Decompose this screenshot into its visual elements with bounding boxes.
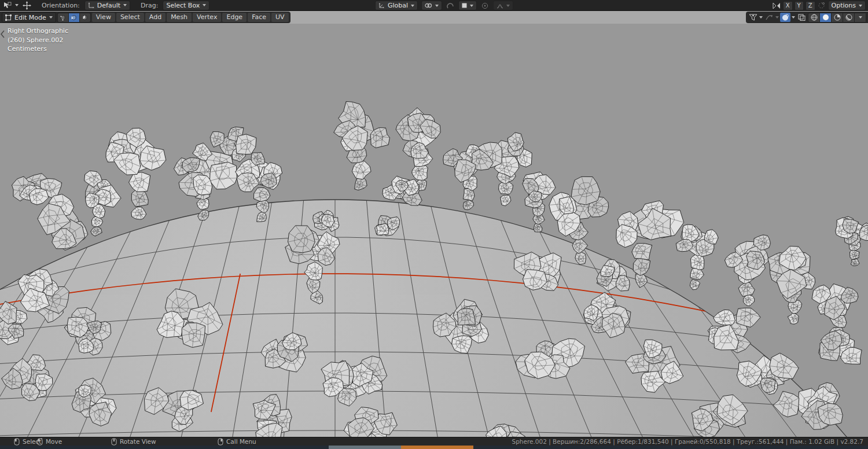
shading-dropdown-button[interactable]: [855, 13, 866, 22]
edge-select-button[interactable]: [69, 13, 79, 22]
taskbar-sliver: [0, 446, 868, 449]
orientation-label: Orientation:: [42, 2, 80, 9]
mouse-right-icon: [218, 438, 223, 446]
drag-dropdown[interactable]: Select Box: [163, 1, 209, 10]
vertex-select-icon: [60, 14, 66, 21]
menu-face[interactable]: Face: [248, 13, 270, 22]
shading-mode-buttons: [808, 13, 866, 23]
gizmos-toggle-icon[interactable]: [764, 13, 774, 22]
toolbar-toggle-arrow[interactable]: [0, 30, 5, 39]
select-mode-buttons: [57, 13, 91, 23]
mirror-x-toggle[interactable]: X: [783, 1, 793, 10]
viewport-3d[interactable]: Right Orthographic (260) Sphere.002 Cent…: [0, 24, 868, 437]
hint-call-menu: Call Menu: [218, 437, 256, 446]
orientation-axis-icon: [88, 2, 94, 9]
mouse-left-icon: [14, 438, 20, 446]
snap-magnet-icon: [425, 2, 432, 9]
overlays-dropdown-chevron[interactable]: [792, 16, 795, 19]
mesh-statistics: Sphere.002 | Вершин:2/286,664 | Рёбер:1/…: [512, 438, 863, 445]
wireframe-icon: [811, 14, 818, 21]
viewport-header: Edit Mode View Select Add Mesh Vertex Ed…: [0, 11, 868, 24]
wireframe-scene: [0, 24, 868, 437]
menu-mesh[interactable]: Mesh: [167, 13, 192, 22]
mode-value: Edit Mode: [14, 14, 46, 21]
orientation-dropdown[interactable]: Default: [84, 1, 130, 10]
transform-orientation-dropdown[interactable]: Global: [375, 1, 418, 10]
menu-uv[interactable]: UV: [271, 13, 289, 22]
options-dropdown[interactable]: Options: [828, 1, 866, 10]
mouse-left-drag-icon: [37, 438, 43, 446]
topbar-options-group: X Y Z Options: [772, 1, 866, 10]
overlays-toggle-icon[interactable]: [780, 13, 790, 22]
snap-target-icon: [462, 3, 467, 8]
shading-wireframe-button[interactable]: [808, 13, 819, 22]
active-tool-icon[interactable]: [2, 1, 12, 10]
rendered-shading-icon: [845, 14, 852, 21]
face-select-button[interactable]: [80, 13, 90, 22]
correct-face-attributes-icon[interactable]: [817, 1, 826, 10]
face-select-icon: [82, 14, 88, 21]
proportional-falloff-dropdown[interactable]: [493, 1, 513, 10]
shading-solid-button[interactable]: [820, 13, 831, 22]
topbar-tool-group: Orientation: Default Drag: Select Box: [0, 1, 209, 10]
edit-mode-icon: [5, 14, 12, 21]
header-left-group: Edit Mode View Select Add Mesh Vertex Ed…: [0, 12, 290, 23]
mirror-z-toggle[interactable]: Z: [806, 1, 815, 10]
header-right-group: [746, 12, 868, 23]
menu-edge[interactable]: Edge: [222, 13, 247, 22]
material-preview-icon: [834, 14, 841, 21]
hint-move: Move: [37, 437, 62, 446]
menu-vertex[interactable]: Vertex: [193, 13, 221, 22]
move-gizmo-icon[interactable]: [22, 1, 31, 10]
snap-toggle-icon[interactable]: [446, 1, 455, 10]
mouse-middle-icon: [111, 438, 117, 446]
shading-material-button[interactable]: [832, 13, 843, 22]
gizmos-dropdown-chevron[interactable]: [775, 16, 779, 19]
menu-add[interactable]: Add: [145, 13, 165, 22]
vertex-select-button[interactable]: [58, 13, 68, 22]
topbar-snap-group: Global: [375, 1, 513, 10]
menu-select[interactable]: Select: [116, 13, 144, 22]
snapping-dropdown[interactable]: [421, 1, 442, 10]
filter-dropdown-chevron[interactable]: [759, 16, 763, 19]
tool-dropdown-chevron[interactable]: [15, 4, 19, 6]
options-label: Options: [832, 2, 856, 9]
visibility-filter-icon[interactable]: [748, 13, 758, 22]
mirror-icon[interactable]: [772, 1, 781, 10]
snap-target-dropdown[interactable]: [458, 1, 477, 10]
statusbar: Select Move Rotate View Call Menu Sphere…: [0, 437, 868, 446]
proportional-editing-toggle-icon[interactable]: [480, 1, 490, 10]
global-axes-icon: [378, 2, 385, 9]
solid-shading-icon: [822, 14, 829, 21]
drag-label: Drag:: [141, 2, 158, 9]
drag-value: Select Box: [166, 2, 200, 9]
blender-window: Orientation: Default Drag: Select Box Gl…: [0, 0, 868, 449]
taskbar-app-gray[interactable]: [329, 446, 401, 449]
taskbar-app-orange[interactable]: [401, 446, 473, 449]
hint-rotate-view: Rotate View: [111, 437, 156, 446]
xray-toggle-icon[interactable]: [796, 13, 807, 22]
edge-select-icon: [71, 14, 77, 21]
mirror-y-toggle[interactable]: Y: [795, 1, 804, 10]
shading-rendered-button[interactable]: [843, 13, 854, 22]
orientation-value: Default: [97, 2, 120, 9]
menu-view[interactable]: View: [92, 13, 115, 22]
falloff-curve-icon: [496, 3, 503, 9]
topbar: Orientation: Default Drag: Select Box Gl…: [0, 0, 868, 11]
mode-dropdown[interactable]: Edit Mode: [2, 12, 56, 23]
transform-orientation-value: Global: [388, 2, 408, 9]
